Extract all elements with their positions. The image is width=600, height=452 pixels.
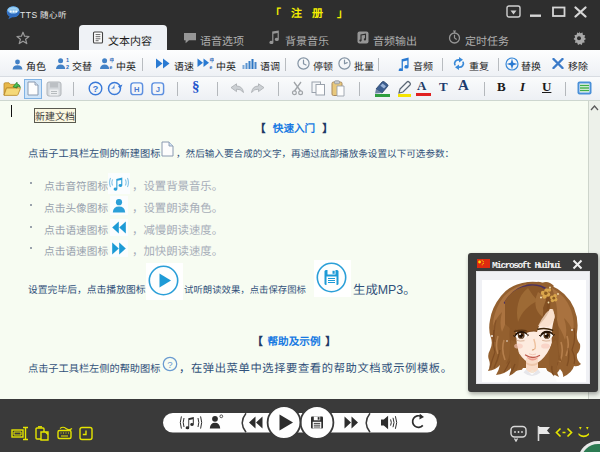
svg-text:?: ? bbox=[93, 81, 99, 95]
svg-text:J: J bbox=[156, 83, 160, 94]
svg-text:e: e bbox=[110, 63, 113, 70]
svg-text:e: e bbox=[210, 63, 213, 70]
svg-text:2: 2 bbox=[66, 63, 69, 71]
svg-text:H: H bbox=[134, 83, 140, 94]
svg-text:?: ? bbox=[167, 357, 172, 371]
